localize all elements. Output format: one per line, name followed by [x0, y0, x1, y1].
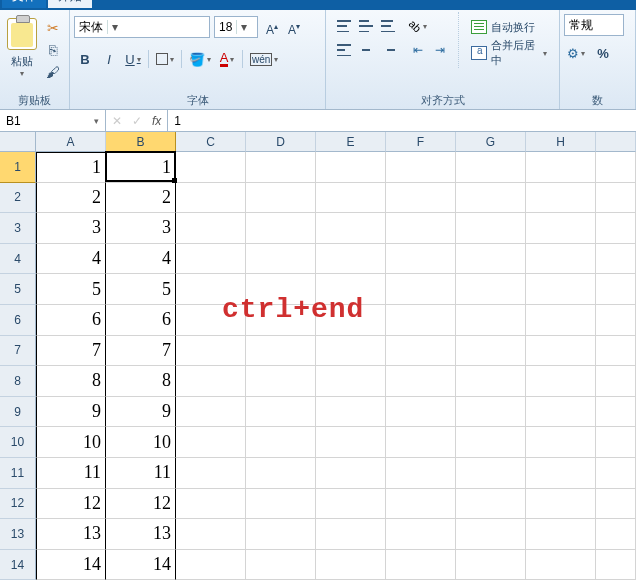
row-header-12[interactable]: 12	[0, 489, 36, 520]
cell[interactable]: 2	[36, 183, 106, 214]
cell[interactable]: 4	[36, 244, 106, 275]
cell[interactable]	[316, 489, 386, 520]
cell[interactable]	[316, 213, 386, 244]
cell[interactable]	[176, 183, 246, 214]
font-size-combo[interactable]: 18 ▾	[214, 16, 258, 38]
row-header-13[interactable]: 13	[0, 519, 36, 550]
cell[interactable]	[176, 336, 246, 367]
cell[interactable]: 2	[106, 183, 176, 214]
cell[interactable]	[316, 336, 386, 367]
cancel-formula-icon[interactable]: ✕	[112, 114, 122, 128]
cell[interactable]	[526, 458, 596, 489]
cell[interactable]: 7	[36, 336, 106, 367]
cell[interactable]	[316, 152, 386, 183]
cut-icon[interactable]: ✂	[44, 20, 62, 36]
cell[interactable]	[246, 489, 316, 520]
cell[interactable]	[176, 550, 246, 581]
tab-file[interactable]: 文件	[2, 0, 46, 8]
cell[interactable]: 9	[106, 397, 176, 428]
cell[interactable]	[526, 550, 596, 581]
cell[interactable]: 12	[36, 489, 106, 520]
cell[interactable]: 3	[36, 213, 106, 244]
cell[interactable]	[386, 152, 456, 183]
cell[interactable]	[246, 183, 316, 214]
cell[interactable]	[316, 427, 386, 458]
cell[interactable]	[386, 244, 456, 275]
merge-center-button[interactable]: 合并后居中	[467, 42, 551, 64]
cell[interactable]: 4	[106, 244, 176, 275]
row-header-1[interactable]: 1	[0, 152, 36, 183]
cell[interactable]	[386, 213, 456, 244]
cell[interactable]	[316, 244, 386, 275]
cell[interactable]: 13	[106, 519, 176, 550]
cell[interactable]	[386, 274, 456, 305]
cell[interactable]	[596, 550, 636, 581]
increase-font-button[interactable]: A▴	[262, 16, 282, 38]
row-header-10[interactable]: 10	[0, 427, 36, 458]
cell[interactable]: 5	[106, 274, 176, 305]
cell[interactable]	[246, 397, 316, 428]
align-top-button[interactable]	[334, 16, 354, 36]
cell[interactable]	[176, 397, 246, 428]
copy-icon[interactable]: ⎘	[44, 42, 62, 58]
cell[interactable]: 13	[36, 519, 106, 550]
cell[interactable]	[596, 305, 636, 336]
cell[interactable]	[176, 213, 246, 244]
cell[interactable]: 8	[36, 366, 106, 397]
row-header-14[interactable]: 14	[0, 550, 36, 581]
cell[interactable]	[456, 274, 526, 305]
cell[interactable]: 8	[106, 366, 176, 397]
cell[interactable]	[596, 152, 636, 183]
tab-home[interactable]: 开始	[48, 0, 92, 8]
cell[interactable]	[526, 274, 596, 305]
cell[interactable]	[386, 183, 456, 214]
cell[interactable]	[596, 519, 636, 550]
cell[interactable]	[176, 489, 246, 520]
column-header-F[interactable]: F	[386, 132, 456, 152]
cell[interactable]	[386, 397, 456, 428]
cell[interactable]	[246, 336, 316, 367]
column-header-E[interactable]: E	[316, 132, 386, 152]
paste-button[interactable]: 粘贴 ▾	[4, 12, 40, 82]
cell[interactable]: 6	[36, 305, 106, 336]
cell[interactable]	[526, 244, 596, 275]
fill-color-button[interactable]: 🪣	[186, 48, 214, 70]
cell[interactable]	[526, 366, 596, 397]
cell[interactable]	[176, 366, 246, 397]
cell[interactable]	[246, 458, 316, 489]
cell[interactable]	[526, 152, 596, 183]
cells-area[interactable]: ctrl+end 1122334455667788991010111112121…	[36, 152, 636, 580]
column-header-B[interactable]: B	[106, 132, 176, 152]
select-all-corner[interactable]	[0, 132, 36, 152]
column-header-extra[interactable]	[596, 132, 636, 152]
cell[interactable]	[526, 213, 596, 244]
cell[interactable]	[316, 183, 386, 214]
cell[interactable]: 1	[106, 152, 176, 183]
cell[interactable]	[456, 458, 526, 489]
cell[interactable]	[246, 519, 316, 550]
cell[interactable]	[176, 519, 246, 550]
cell[interactable]	[596, 274, 636, 305]
cell[interactable]	[386, 305, 456, 336]
cell[interactable]	[386, 336, 456, 367]
cell[interactable]	[596, 213, 636, 244]
cell[interactable]	[596, 458, 636, 489]
cell[interactable]: 5	[36, 274, 106, 305]
column-header-C[interactable]: C	[176, 132, 246, 152]
cell[interactable]	[456, 305, 526, 336]
accounting-format-button[interactable]: ⚙	[564, 42, 588, 64]
cell[interactable]	[456, 397, 526, 428]
cell[interactable]	[456, 213, 526, 244]
italic-button[interactable]: I	[98, 48, 120, 70]
cell[interactable]: 12	[106, 489, 176, 520]
cell[interactable]	[386, 458, 456, 489]
align-right-button[interactable]	[378, 40, 398, 60]
row-header-6[interactable]: 6	[0, 305, 36, 336]
enter-formula-icon[interactable]: ✓	[132, 114, 142, 128]
cell[interactable]	[386, 519, 456, 550]
cell[interactable]	[596, 336, 636, 367]
formula-input[interactable]: 1	[168, 110, 636, 131]
cell[interactable]	[176, 244, 246, 275]
cell[interactable]	[246, 213, 316, 244]
cell[interactable]	[176, 152, 246, 183]
